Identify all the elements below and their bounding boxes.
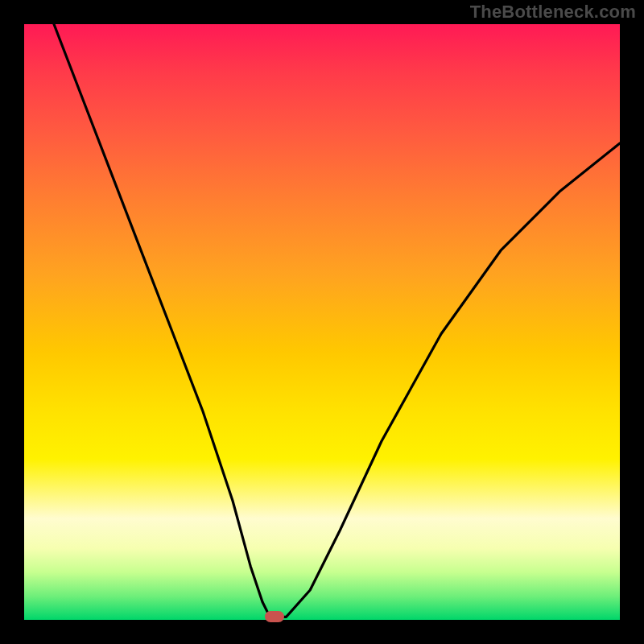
chart-frame: TheBottleneck.com — [0, 0, 644, 644]
plot-background-gradient — [24, 24, 620, 620]
minimum-marker — [265, 611, 284, 622]
watermark-text: TheBottleneck.com — [470, 2, 636, 23]
